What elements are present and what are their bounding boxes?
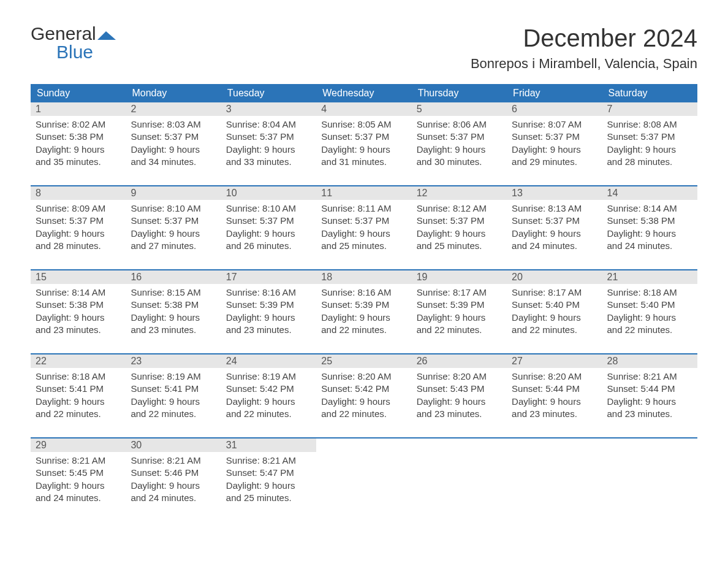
day-data-cell: Sunrise: 8:16 AMSunset: 5:39 PMDaylight:… <box>221 284 316 342</box>
day-info-line: Sunrise: 8:16 AM <box>321 286 406 299</box>
day-number-cell: 25 <box>316 354 411 368</box>
day-info-line: and 22 minutes. <box>417 324 502 336</box>
day-info-line: Sunset: 5:39 PM <box>226 299 311 311</box>
day-data-cell: Sunrise: 8:19 AMSunset: 5:42 PMDaylight:… <box>221 368 316 426</box>
dow-friday: Friday <box>507 84 602 102</box>
day-info-line: Sunrise: 8:13 AM <box>512 202 597 215</box>
day-data-cell: Sunrise: 8:10 AMSunset: 5:37 PMDaylight:… <box>221 200 316 258</box>
day-data-row: Sunrise: 8:14 AMSunset: 5:38 PMDaylight:… <box>31 284 697 342</box>
day-data-cell: Sunrise: 8:19 AMSunset: 5:41 PMDaylight:… <box>126 368 221 426</box>
day-info-line: Daylight: 9 hours <box>321 144 406 156</box>
day-info-line: and 22 minutes. <box>131 408 216 420</box>
day-info-line: Sunrise: 8:10 AM <box>131 202 216 215</box>
day-info-line: Sunset: 5:40 PM <box>607 299 692 311</box>
day-info-line: Sunrise: 8:21 AM <box>131 454 216 467</box>
day-number-cell: 6 <box>507 102 602 116</box>
day-number-cell: 4 <box>316 102 411 116</box>
day-info-line: Sunset: 5:37 PM <box>226 215 311 227</box>
day-info-line: Daylight: 9 hours <box>512 312 597 324</box>
day-info-line: Daylight: 9 hours <box>321 396 406 408</box>
day-info-line: Sunrise: 8:14 AM <box>607 202 692 215</box>
day-number-row: 293031 <box>31 438 697 452</box>
day-info-line: Sunrise: 8:02 AM <box>36 118 121 131</box>
day-number-row: 1234567 <box>31 102 697 116</box>
day-number-row: 22232425262728 <box>31 354 697 368</box>
day-info-line: Sunrise: 8:03 AM <box>131 118 216 131</box>
day-info-line: Sunset: 5:41 PM <box>36 383 121 395</box>
day-info-line: Sunset: 5:37 PM <box>226 131 311 143</box>
day-data-cell: Sunrise: 8:20 AMSunset: 5:42 PMDaylight:… <box>316 368 411 426</box>
day-info-line: and 31 minutes. <box>321 156 406 168</box>
day-info-line: and 23 minutes. <box>226 324 311 336</box>
day-info-line: and 25 minutes. <box>417 240 502 252</box>
day-data-cell: Sunrise: 8:21 AMSunset: 5:45 PMDaylight:… <box>31 452 126 510</box>
day-data-cell: Sunrise: 8:12 AMSunset: 5:37 PMDaylight:… <box>412 200 507 258</box>
day-data-cell: Sunrise: 8:02 AMSunset: 5:38 PMDaylight:… <box>31 116 126 174</box>
day-info-line: Daylight: 9 hours <box>36 228 121 240</box>
day-info-line: Sunrise: 8:21 AM <box>607 370 692 383</box>
day-number-cell: 21 <box>602 270 697 284</box>
day-number-cell <box>602 438 697 452</box>
day-info-line: and 23 minutes. <box>36 324 121 336</box>
day-data-cell <box>602 452 697 510</box>
day-info-line: Daylight: 9 hours <box>131 396 216 408</box>
week-separator <box>31 174 697 186</box>
day-data-row: Sunrise: 8:02 AMSunset: 5:38 PMDaylight:… <box>31 116 697 174</box>
day-info-line: Sunrise: 8:18 AM <box>36 370 121 383</box>
day-info-line: Daylight: 9 hours <box>607 144 692 156</box>
day-info-line: Sunrise: 8:19 AM <box>226 370 311 383</box>
day-info-line: and 22 minutes. <box>607 324 692 336</box>
day-data-cell: Sunrise: 8:03 AMSunset: 5:37 PMDaylight:… <box>126 116 221 174</box>
day-number-cell: 18 <box>316 270 411 284</box>
day-info-line: Daylight: 9 hours <box>36 144 121 156</box>
day-info-line: Daylight: 9 hours <box>131 312 216 324</box>
day-info-line: Daylight: 9 hours <box>131 228 216 240</box>
day-number-cell: 10 <box>221 186 316 200</box>
day-info-line: Sunrise: 8:21 AM <box>226 454 311 467</box>
day-info-line: Sunrise: 8:15 AM <box>131 286 216 299</box>
day-number-cell: 2 <box>126 102 221 116</box>
day-number-cell: 5 <box>412 102 507 116</box>
day-number-cell: 29 <box>31 438 126 452</box>
day-info-line: Sunset: 5:40 PM <box>512 299 597 311</box>
day-info-line: Sunset: 5:38 PM <box>36 131 121 143</box>
day-number-cell: 3 <box>221 102 316 116</box>
day-number-cell <box>412 438 507 452</box>
day-info-line: Sunset: 5:37 PM <box>417 131 502 143</box>
day-info-line: Daylight: 9 hours <box>226 396 311 408</box>
dow-monday: Monday <box>126 84 221 102</box>
day-info-line: and 24 minutes. <box>131 492 216 504</box>
day-info-line: Sunrise: 8:05 AM <box>321 118 406 131</box>
day-info-line: Sunset: 5:45 PM <box>36 467 121 479</box>
day-data-cell: Sunrise: 8:14 AMSunset: 5:38 PMDaylight:… <box>31 284 126 342</box>
day-number-cell <box>316 438 411 452</box>
day-info-line: and 28 minutes. <box>36 240 121 252</box>
day-info-line: Sunrise: 8:20 AM <box>512 370 597 383</box>
day-info-line: Daylight: 9 hours <box>607 228 692 240</box>
day-info-line: Sunrise: 8:08 AM <box>607 118 692 131</box>
day-info-line: and 23 minutes. <box>607 408 692 420</box>
day-number-cell: 15 <box>31 270 126 284</box>
day-number-cell: 14 <box>602 186 697 200</box>
day-info-line: Sunset: 5:38 PM <box>36 299 121 311</box>
day-data-cell <box>507 452 602 510</box>
day-info-line: and 24 minutes. <box>512 240 597 252</box>
day-info-line: Daylight: 9 hours <box>321 228 406 240</box>
day-number-cell: 23 <box>126 354 221 368</box>
day-info-line: Daylight: 9 hours <box>417 312 502 324</box>
day-data-cell: Sunrise: 8:08 AMSunset: 5:37 PMDaylight:… <box>602 116 697 174</box>
day-data-cell: Sunrise: 8:20 AMSunset: 5:44 PMDaylight:… <box>507 368 602 426</box>
day-info-line: Sunset: 5:44 PM <box>512 383 597 395</box>
day-info-line: and 23 minutes. <box>512 408 597 420</box>
day-info-line: Daylight: 9 hours <box>226 480 311 492</box>
logo-text-general: General <box>31 23 96 44</box>
day-number-cell: 26 <box>412 354 507 368</box>
svg-marker-0 <box>97 31 116 40</box>
day-data-cell: Sunrise: 8:18 AMSunset: 5:40 PMDaylight:… <box>602 284 697 342</box>
day-info-line: Sunrise: 8:19 AM <box>131 370 216 383</box>
day-number-row: 15161718192021 <box>31 270 697 284</box>
day-info-line: and 22 minutes. <box>36 408 121 420</box>
day-info-line: Sunset: 5:37 PM <box>512 131 597 143</box>
day-info-line: Daylight: 9 hours <box>607 396 692 408</box>
day-number-cell: 9 <box>126 186 221 200</box>
